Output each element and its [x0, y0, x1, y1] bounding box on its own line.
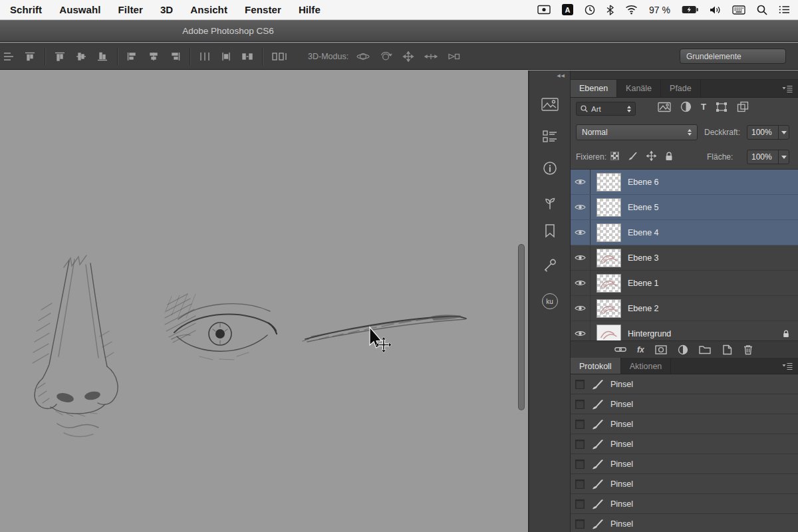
history-source-checkbox[interactable]: [575, 400, 585, 409]
3d-roll-icon[interactable]: [379, 51, 392, 62]
new-adjustment-layer-icon[interactable]: [678, 344, 688, 355]
distribute-vertical-centers-icon[interactable]: [23, 51, 37, 62]
wifi-icon[interactable]: [625, 5, 638, 15]
history-step-6[interactable]: Pinsel: [571, 474, 798, 494]
layer-row-hintergrund[interactable]: Hintergrund: [571, 321, 798, 340]
fill-field[interactable]: 100%: [747, 150, 789, 164]
filter-adjustment-layers-icon[interactable]: [680, 101, 692, 112]
layer-row-ebene-3[interactable]: Ebene 3: [571, 245, 798, 271]
distribute-top-icon[interactable]: [2, 51, 15, 62]
layer-visibility-toggle[interactable]: [571, 321, 591, 340]
lock-paint-brush-icon[interactable]: [628, 151, 638, 161]
document-canvas[interactable]: [0, 70, 528, 532]
search-icon[interactable]: [757, 5, 767, 15]
history-step-2[interactable]: Pinsel: [571, 394, 798, 414]
layers-panel-menu-icon[interactable]: [782, 80, 798, 97]
history-step-7[interactable]: Pinsel: [571, 494, 798, 514]
layer-row-ebene-5[interactable]: Ebene 5: [571, 195, 798, 220]
distribute-left-edges-icon[interactable]: [198, 51, 211, 62]
brush-presets-panel-icon[interactable]: [529, 190, 570, 215]
history-step-1[interactable]: Pinsel: [571, 374, 798, 394]
history-source-checkbox[interactable]: [575, 499, 585, 509]
distribute-horizontal-centers-icon[interactable]: [219, 51, 233, 62]
vertical-scrollbar-thumb[interactable]: [518, 244, 525, 410]
layer-visibility-toggle[interactable]: [571, 271, 591, 295]
layer-visibility-toggle[interactable]: [571, 195, 591, 219]
blend-mode-dropdown[interactable]: Normal: [576, 124, 698, 140]
layer-thumbnail[interactable]: [597, 325, 621, 341]
navigator-panel-icon[interactable]: [529, 92, 570, 117]
auto-align-layers-icon[interactable]: [271, 51, 289, 62]
menu-hilfe[interactable]: Hilfe: [290, 4, 329, 15]
battery-charging-icon[interactable]: [682, 5, 698, 14]
menu-auswahl[interactable]: Auswahl: [51, 4, 109, 15]
filter-shape-layers-icon[interactable]: [716, 102, 728, 112]
workspace-switcher[interactable]: Grundelemente: [680, 49, 786, 64]
layer-visibility-toggle[interactable]: [571, 220, 591, 245]
new-group-icon[interactable]: [699, 344, 711, 354]
layers-tab-kan-le[interactable]: Kanäle: [617, 80, 661, 97]
delete-layer-icon[interactable]: [743, 344, 753, 355]
lock-position-icon[interactable]: [646, 151, 656, 161]
history-source-checkbox[interactable]: [575, 380, 585, 389]
menu-schrift[interactable]: Schrift: [1, 4, 51, 15]
window-title-bar[interactable]: Adobe Photoshop CS6: [0, 20, 798, 42]
layer-thumbnail[interactable]: [597, 274, 621, 293]
menu-ansicht[interactable]: Ansicht: [182, 4, 236, 15]
layer-row-ebene-2[interactable]: Ebene 2: [571, 296, 798, 321]
menu-fenster[interactable]: Fenster: [236, 4, 290, 15]
3d-pan-icon[interactable]: [402, 51, 415, 62]
layers-tab-ebenen[interactable]: Ebenen: [571, 80, 617, 97]
collapse-dock-icon[interactable]: ◀◀: [557, 73, 565, 78]
layer-row-ebene-4[interactable]: Ebene 4: [571, 220, 798, 245]
history-panel-menu-icon[interactable]: [782, 358, 798, 374]
layer-visibility-toggle[interactable]: [571, 245, 591, 270]
history-tab-protokoll[interactable]: Protokoll: [571, 358, 621, 374]
layer-thumbnail[interactable]: [597, 173, 621, 192]
layer-row-ebene-6[interactable]: Ebene 6: [571, 170, 798, 195]
layer-thumbnail[interactable]: [597, 299, 621, 318]
history-source-checkbox[interactable]: [575, 420, 585, 429]
align-right-edges-icon[interactable]: [168, 51, 182, 62]
layer-row-ebene-1[interactable]: Ebene 1: [571, 271, 798, 296]
clock-icon[interactable]: [585, 5, 595, 15]
bluetooth-icon[interactable]: [606, 5, 614, 15]
opacity-dropdown-arrow[interactable]: [778, 126, 789, 139]
history-source-checkbox[interactable]: [575, 479, 585, 489]
new-layer-icon[interactable]: [722, 344, 732, 355]
layer-thumbnail[interactable]: [597, 249, 621, 267]
menu-filter[interactable]: Filter: [110, 4, 152, 15]
menu-list-icon[interactable]: [779, 5, 790, 14]
link-layers-icon[interactable]: [614, 344, 626, 355]
layer-filter-dropdown[interactable]: Art: [576, 102, 636, 116]
layer-thumbnail[interactable]: [597, 223, 621, 242]
history-step-8[interactable]: Pinsel: [571, 514, 798, 532]
3d-slide-icon[interactable]: [424, 51, 438, 62]
keyboard-viewer-icon[interactable]: [732, 5, 745, 15]
fill-dropdown-arrow[interactable]: [778, 150, 789, 164]
lock-all-icon[interactable]: [665, 152, 673, 161]
kuler-panel-icon[interactable]: ku: [529, 289, 570, 314]
volume-icon[interactable]: [710, 5, 721, 15]
align-vertical-centers-icon[interactable]: [74, 51, 88, 62]
tools-panel-icon[interactable]: [529, 253, 570, 278]
align-horizontal-centers-icon[interactable]: [147, 51, 160, 62]
input-source-icon[interactable]: A: [562, 4, 573, 15]
history-tab-aktionen[interactable]: Aktionen: [621, 358, 672, 374]
3d-orbit-icon[interactable]: [356, 51, 370, 62]
clone-source-panel-icon[interactable]: [529, 218, 570, 243]
history-source-checkbox[interactable]: [575, 440, 585, 449]
history-source-checkbox[interactable]: [575, 519, 585, 529]
3d-zoom-icon[interactable]: [447, 51, 460, 62]
history-source-checkbox[interactable]: [575, 460, 585, 469]
lock-transparency-icon[interactable]: [610, 152, 619, 160]
add-layer-mask-icon[interactable]: [655, 344, 667, 355]
layers-tab-pfade[interactable]: Pfade: [661, 80, 701, 97]
history-step-3[interactable]: Pinsel: [571, 414, 798, 434]
history-step-5[interactable]: Pinsel: [571, 454, 798, 474]
opacity-field[interactable]: 100%: [747, 125, 789, 140]
screen-mirroring-icon[interactable]: [537, 5, 551, 15]
menu-3d[interactable]: 3D: [152, 4, 182, 15]
layer-style-fx-icon[interactable]: fx: [637, 345, 644, 354]
filter-pixel-layers-icon[interactable]: [658, 102, 671, 112]
